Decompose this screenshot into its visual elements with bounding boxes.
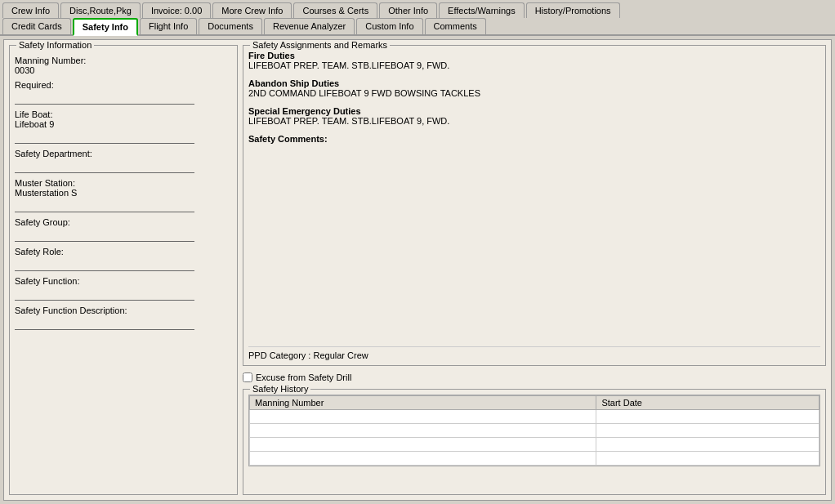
main-container: Crew Info Disc,Route,Pkg Invoice: 0.00 M… [0,0,835,504]
history-col-manning: Manning Number [250,396,596,410]
history-cell-4 [596,424,819,438]
lifeboat-label: Life Boat: [15,109,232,119]
fire-duties-block: Fire Duties LIFEBOAT PREP. TEAM. STB.LIF… [248,51,820,70]
tab-flight-info[interactable]: Flight Info [140,18,197,34]
history-table: Manning Number Start Date [249,395,819,466]
safety-comments-label: Safety Comments: [248,134,820,144]
muster-station-input[interactable] [15,199,194,212]
muster-station-label: Muster Station: [15,178,232,188]
lifeboat-block: Life Boat: Lifeboat 9 [15,109,232,144]
tab-custom-info[interactable]: Custom Info [356,18,422,34]
excuse-row: Excuse from Safety Drill [243,369,826,386]
abandon-ship-text: 2ND COMMAND LIFEBOAT 9 FWD BOWSING TACKL… [248,88,820,98]
right-panel: Safety Assignments and Remarks Fire Duti… [243,45,826,495]
manning-number-label: Manning Number: [15,56,232,65]
history-cell-6 [596,438,819,452]
safety-group-label: Safety Group: [15,217,232,227]
lifeboat-input[interactable] [15,131,194,144]
safety-comments-block: Safety Comments: [248,134,820,144]
history-cell-8 [596,452,819,466]
content-inner: Safety Information Manning Number: 0030 … [3,39,832,501]
special-emergency-block: Special Emergency Duties LIFEBOAT PREP. … [248,106,820,126]
safety-function-label: Safety Function: [15,276,232,286]
tab-history-promotions[interactable]: History/Promotions [526,2,620,18]
tab-safety-info[interactable]: Safety Info [73,18,138,36]
tab-row-2: Credit Cards Safety Info Flight Info Doc… [0,18,835,36]
safety-group-block: Safety Group: [15,217,232,242]
tab-courses-certs[interactable]: Courses & Certs [293,2,377,18]
assignments-content: Fire Duties LIFEBOAT PREP. TEAM. STB.LIF… [248,51,820,145]
safety-function-block: Safety Function: [15,276,232,301]
abandon-ship-label: Abandon Ship Duties [248,78,820,88]
tab-disc-route-pkg[interactable]: Disc,Route,Pkg [60,2,141,18]
history-row-empty-3 [250,438,819,452]
history-col-start-date: Start Date [596,396,819,410]
safety-function-desc-block: Safety Function Description: [15,306,232,330]
ppd-category: PPD Category : Regular Crew [248,346,820,360]
required-block: Required: [15,80,232,105]
content-area: Safety Information Manning Number: 0030 … [0,36,835,504]
history-row-empty-4 [250,452,819,466]
tab-comments[interactable]: Comments [425,18,486,34]
history-cell-2 [596,410,819,424]
excuse-label: Excuse from Safety Drill [256,372,351,382]
safety-role-block: Safety Role: [15,247,232,271]
fire-duties-text: LIFEBOAT PREP. TEAM. STB.LIFEBOAT 9, FWD… [248,60,820,70]
history-cell-1 [250,410,596,424]
fire-duties-label: Fire Duties [248,51,820,60]
assignments-panel: Safety Assignments and Remarks Fire Duti… [243,45,826,366]
safety-information-title: Safety Information [16,40,94,50]
tab-invoice[interactable]: Invoice: 0.00 [142,2,211,18]
safety-department-label: Safety Department: [15,149,232,158]
assignments-title: Safety Assignments and Remarks [250,40,390,50]
tab-credit-cards[interactable]: Credit Cards [2,18,71,34]
tab-revenue-analyzer[interactable]: Revenue Analyzer [264,18,355,34]
muster-station-value: Musterstation S [15,188,232,198]
abandon-ship-block: Abandon Ship Duties 2ND COMMAND LIFEBOAT… [248,78,820,98]
manning-number-block: Manning Number: 0030 [15,56,232,75]
history-title: Safety History [250,384,310,394]
history-row-empty-2 [250,424,819,438]
lifeboat-value: Lifeboat 9 [15,119,232,129]
safety-function-desc-input[interactable] [15,317,194,330]
special-emergency-text: LIFEBOAT PREP. TEAM. STB.LIFEBOAT 9, FWD… [248,116,820,126]
required-input[interactable] [15,91,194,105]
tab-more-crew-info[interactable]: More Crew Info [212,2,292,18]
safety-information-panel: Safety Information Manning Number: 0030 … [9,45,238,495]
history-cell-5 [250,438,596,452]
history-row-empty [250,410,819,424]
history-cell-7 [250,452,596,466]
safety-function-desc-label: Safety Function Description: [15,306,232,315]
history-cell-3 [250,424,596,438]
tab-row-1: Crew Info Disc,Route,Pkg Invoice: 0.00 M… [0,0,835,18]
safety-department-block: Safety Department: [15,149,232,173]
safety-group-input[interactable] [15,229,194,242]
safety-function-input[interactable] [15,288,194,301]
required-label: Required: [15,80,232,90]
manning-number-value: 0030 [15,65,232,75]
special-emergency-label: Special Emergency Duties [248,106,820,116]
tab-other-info[interactable]: Other Info [379,2,437,18]
history-panel: Safety History Manning Number Start Date [243,389,826,495]
safety-role-label: Safety Role: [15,247,232,256]
history-table-container: Manning Number Start Date [248,395,820,466]
excuse-checkbox[interactable] [243,372,252,382]
tab-crew-info[interactable]: Crew Info [2,2,59,18]
muster-station-block: Muster Station: Musterstation S [15,178,232,212]
tab-documents[interactable]: Documents [199,18,262,34]
tab-effects-warnings[interactable]: Effects/Warnings [439,2,525,18]
safety-role-input[interactable] [15,258,194,271]
safety-department-input[interactable] [15,160,194,173]
